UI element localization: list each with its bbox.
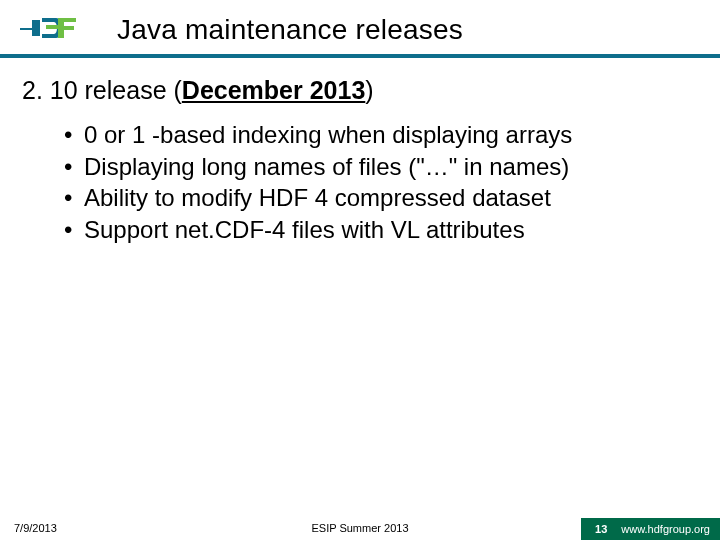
release-suffix: ) [365,76,373,104]
list-item: Support net.CDF-4 files with VL attribut… [64,214,698,246]
hdf-logo [18,10,82,48]
release-prefix: 2. 10 release ( [22,76,182,104]
release-date: December 2013 [182,76,365,104]
slide-content: 2. 10 release (December 2013) 0 or 1 -ba… [0,58,720,246]
slide-title: Java maintenance releases [117,14,463,46]
slide-header: Java maintenance releases [0,0,720,48]
bullet-list: 0 or 1 -based indexing when displaying a… [22,119,698,246]
footer-date: 7/9/2013 [14,522,57,534]
list-item: Displaying long names of files ("…" in n… [64,151,698,183]
list-item: Ability to modify HDF 4 compressed datas… [64,182,698,214]
list-item: 0 or 1 -based indexing when displaying a… [64,119,698,151]
footer-url: www.hdfgroup.org [621,523,710,535]
footer-center: ESIP Summer 2013 [311,522,408,534]
release-heading: 2. 10 release (December 2013) [22,76,698,105]
footer-right-badge: 13 www.hdfgroup.org [581,518,720,540]
slide-footer: 7/9/2013 ESIP Summer 2013 13 www.hdfgrou… [0,516,720,540]
page-number: 13 [595,523,607,535]
